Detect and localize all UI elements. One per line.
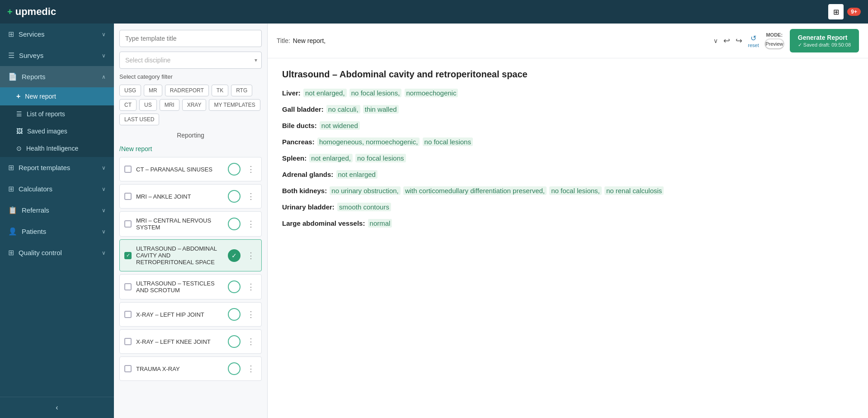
template-item-mri-ankle[interactable]: MRI – ANKLE JOINT ⋮ xyxy=(119,184,262,209)
sidebar-item-quality-control[interactable]: ⊞ Quality control ∨ xyxy=(0,242,114,263)
template-dots-mri-cns[interactable]: ⋮ xyxy=(245,219,257,229)
new-report-link[interactable]: /New report xyxy=(119,145,262,152)
sidebar-label-surveys: Surveys xyxy=(19,52,43,59)
filter-tag-mr[interactable]: MR xyxy=(144,85,162,96)
template-dots-ct-paranasal[interactable]: ⋮ xyxy=(245,164,257,174)
filter-tag-usg[interactable]: USG xyxy=(119,85,141,96)
undo-button[interactable]: ↩ xyxy=(723,36,730,46)
redo-button[interactable]: ↪ xyxy=(736,36,742,46)
template-dots-trauma-xray[interactable]: ⋮ xyxy=(245,364,257,374)
template-checkbox-ct-paranasal[interactable] xyxy=(124,166,132,173)
template-checkbox-usg-abdominal[interactable]: ✓ xyxy=(124,252,132,259)
pancreas-value-1[interactable]: homogeneous, normoechogenic, xyxy=(317,138,420,146)
template-circle-usg-testicles[interactable] xyxy=(228,280,241,293)
report-toolbar: Title: New report, ∨ ↩ ↪ ↺ reset MODE: xyxy=(268,24,868,58)
filter-tag-us[interactable]: US xyxy=(139,99,157,111)
sidebar-label-new-report: New report xyxy=(25,93,56,100)
template-dots-xray-knee[interactable]: ⋮ xyxy=(245,337,257,347)
filter-tag-ct[interactable]: CT xyxy=(119,99,137,111)
template-item-ct-paranasal[interactable]: CT – PARANASAL SINUSES ⋮ xyxy=(119,157,262,181)
template-circle-trauma-xray[interactable] xyxy=(228,362,241,375)
template-item-xray-knee[interactable]: X-RAY – LEFT KNEE JOINT ⋮ xyxy=(119,329,262,354)
redo-icon: ↪ xyxy=(736,36,742,46)
sidebar-collapse-button[interactable]: ‹ xyxy=(0,397,114,418)
filter-tag-last-used[interactable]: LAST USED xyxy=(119,114,159,125)
filter-tag-tk[interactable]: TK xyxy=(212,85,228,96)
filter-tag-mri[interactable]: MRI xyxy=(160,99,179,111)
urinary-bladder-value-1[interactable]: smooth contours xyxy=(337,203,391,211)
template-checkbox-xray-knee[interactable] xyxy=(124,338,132,345)
discipline-select-wrapper: Select discipline ▾ xyxy=(119,52,262,69)
liver-value-1[interactable]: not enlarged, xyxy=(303,89,347,97)
template-circle-usg-abdominal[interactable]: ✓ xyxy=(228,249,241,262)
template-name-xray-hip: X-RAY – LEFT HIP JOINT xyxy=(136,311,223,318)
both-kidneys-value-2[interactable]: with corticomedullary differentiation pr… xyxy=(403,186,547,195)
template-circle-mri-cns[interactable] xyxy=(228,218,241,230)
adrenal-glands-value-1[interactable]: not enlarged xyxy=(336,170,377,179)
sidebar-item-new-report[interactable]: + New report xyxy=(0,87,114,105)
sidebar-item-saved-images[interactable]: 🖼 Saved images xyxy=(0,123,114,140)
template-circle-ct-paranasal[interactable] xyxy=(228,163,241,176)
template-list: CT – PARANASAL SINUSES ⋮ MRI – ANKLE JOI… xyxy=(119,157,262,384)
sidebar-item-surveys[interactable]: ☰ Surveys ∨ xyxy=(0,45,114,66)
bile-ducts-value-1[interactable]: not widened xyxy=(320,121,360,130)
template-dots-xray-hip[interactable]: ⋮ xyxy=(245,309,257,319)
sidebar-item-calculators[interactable]: ⊞ Calculators ∨ xyxy=(0,178,114,200)
sidebar-item-reports[interactable]: 📄 Reports ∧ xyxy=(0,66,114,87)
reset-button[interactable]: ↺ reset xyxy=(748,34,759,48)
abdominal-vessels-label: Large abdominal vessels: xyxy=(282,219,365,227)
liver-value-3[interactable]: normoechogenic xyxy=(405,89,458,97)
both-kidneys-value-4[interactable]: no renal calculosis xyxy=(604,186,664,195)
gallbladder-value-2[interactable]: thin walled xyxy=(363,105,399,114)
template-circle-xray-knee[interactable] xyxy=(228,335,241,348)
template-circle-mri-ankle[interactable] xyxy=(228,190,241,203)
template-dots-mri-ankle[interactable]: ⋮ xyxy=(245,191,257,201)
both-kidneys-value-3[interactable]: no focal lesions, xyxy=(549,186,602,195)
template-item-usg-abdominal[interactable]: ✓ ULTRASOUND – ABDOMINAL CAVITY AND RETR… xyxy=(119,239,262,271)
abdominal-vessels-value-1[interactable]: normal xyxy=(368,219,392,228)
template-item-xray-hip[interactable]: X-RAY – LEFT HIP JOINT ⋮ xyxy=(119,302,262,327)
sidebar-item-report-templates[interactable]: ⊞ Report templates ∨ xyxy=(0,157,114,178)
discipline-select[interactable]: Select discipline xyxy=(119,52,262,69)
surveys-chevron-icon: ∨ xyxy=(102,52,106,59)
gallbladder-value-1[interactable]: no calculi, xyxy=(326,105,360,114)
template-checkbox-mri-cns[interactable] xyxy=(124,220,132,228)
sidebar-item-referrals[interactable]: 📋 Referrals ∨ xyxy=(0,200,114,221)
sidebar-label-calculators: Calculators xyxy=(19,185,52,193)
liver-value-2[interactable]: no focal lesions, xyxy=(349,89,402,97)
report-heading: Ultrasound – Abdominal cavity and retrop… xyxy=(282,69,854,80)
sidebar: ⊞ Services ∨ ☰ Surveys ∨ 📄 Reports ∧ + N… xyxy=(0,24,114,418)
filter-tag-rtg[interactable]: RTG xyxy=(231,85,252,96)
sidebar-item-services[interactable]: ⊞ Services ∨ xyxy=(0,24,114,45)
filter-tag-radreport[interactable]: RADREPORT xyxy=(165,85,209,96)
template-checkbox-trauma-xray[interactable] xyxy=(124,365,132,372)
report-templates-chevron-icon: ∨ xyxy=(102,165,106,171)
template-checkbox-usg-testicles[interactable] xyxy=(124,283,132,290)
grid-icon: ⊞ xyxy=(833,8,839,16)
title-chevron-down-icon[interactable]: ∨ xyxy=(713,37,718,44)
report-field-liver: Liver: not enlarged, no focal lesions, n… xyxy=(282,88,854,99)
template-dots-usg-testicles[interactable]: ⋮ xyxy=(245,282,257,292)
template-item-trauma-xray[interactable]: TRAUMA X-RAY ⋮ xyxy=(119,356,262,381)
template-title-input[interactable] xyxy=(119,30,262,47)
generate-report-button[interactable]: Generate Report ✓ Saved draft: 09:50:08 xyxy=(790,29,859,52)
pancreas-value-2[interactable]: no focal lesions xyxy=(423,138,473,146)
template-checkbox-mri-ankle[interactable] xyxy=(124,193,132,200)
spleen-value-2[interactable]: no focal lesions xyxy=(355,154,406,162)
sidebar-item-health-intelligence[interactable]: ⊙ Health Intelligence xyxy=(0,140,114,157)
template-item-mri-cns[interactable]: MRI – CENTRAL NERVOUS SYSTEM ⋮ xyxy=(119,211,262,237)
filter-tag-my-templates[interactable]: MY TEMPLATES xyxy=(209,99,260,111)
template-checkbox-xray-hip[interactable] xyxy=(124,311,132,318)
both-kidneys-value-1[interactable]: no urinary obstruction, xyxy=(330,186,400,195)
template-dots-usg-abdominal[interactable]: ⋮ xyxy=(245,251,257,261)
notification-badge[interactable]: 9+ xyxy=(847,8,861,16)
filter-tag-xray[interactable]: XRAY xyxy=(182,99,207,111)
mode-label: MODE: xyxy=(766,32,783,38)
sidebar-item-patients[interactable]: 👤 Patients ∨ xyxy=(0,221,114,242)
sidebar-item-list-of-reports[interactable]: ☰ List of reports xyxy=(0,105,114,123)
grid-icon-button[interactable]: ⊞ xyxy=(828,4,844,19)
spleen-value-1[interactable]: not enlarged, xyxy=(309,154,353,162)
preview-toggle[interactable]: Preview xyxy=(764,38,784,49)
template-item-usg-testicles[interactable]: ULTRASOUND – TESTICLES AND SCROTUM ⋮ xyxy=(119,274,262,299)
template-circle-xray-hip[interactable] xyxy=(228,308,241,321)
